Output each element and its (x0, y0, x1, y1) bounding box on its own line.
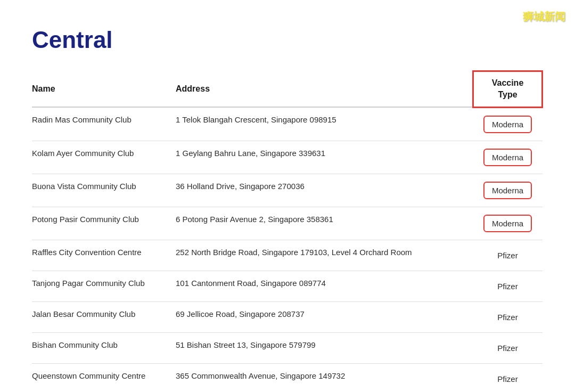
page-title: Central (32, 27, 543, 53)
cell-vaccine: Moderna (473, 207, 543, 240)
cell-vaccine: Pfizer (473, 271, 543, 301)
table-row: Raffles City Convention Centre252 North … (32, 240, 543, 271)
cell-vaccine: Moderna (473, 174, 543, 207)
table-row: Bishan Community Club51 Bishan Street 13… (32, 332, 543, 363)
cell-name: Bishan Community Club (32, 332, 176, 363)
cell-address: 365 Commonwealth Avenue, Singapore 14973… (176, 363, 473, 392)
main-container: Central Name Address Vaccine Type Radin … (0, 0, 575, 392)
table-row: Radin Mas Community Club1 Telok Blangah … (32, 107, 543, 141)
cell-name: Jalan Besar Community Club (32, 301, 176, 332)
cell-vaccine: Pfizer (473, 301, 543, 332)
cell-name: Potong Pasir Community Club (32, 207, 176, 240)
cell-vaccine: Moderna (473, 107, 543, 141)
cell-address: 69 Jellicoe Road, Singapore 208737 (176, 301, 473, 332)
cell-name: Raffles City Convention Centre (32, 240, 176, 271)
table-row: Kolam Ayer Community Club1 Geylang Bahru… (32, 141, 543, 174)
cell-name: Queenstown Community Centre (32, 363, 176, 392)
cell-vaccine: Moderna (473, 141, 543, 174)
cell-vaccine: Pfizer (473, 363, 543, 392)
cell-vaccine: Pfizer (473, 332, 543, 363)
table-row: Jalan Besar Community Club69 Jellicoe Ro… (32, 301, 543, 332)
cell-address: 51 Bishan Street 13, Singapore 579799 (176, 332, 473, 363)
table-row: Potong Pasir Community Club6 Potong Pasi… (32, 207, 543, 240)
cell-address: 1 Geylang Bahru Lane, Singapore 339631 (176, 141, 473, 174)
table-row: Buona Vista Community Club36 Holland Dri… (32, 174, 543, 207)
cell-name: Tanjong Pagar Community Club (32, 271, 176, 301)
cell-address: 6 Potong Pasir Avenue 2, Singapore 35836… (176, 207, 473, 240)
cell-address: 1 Telok Blangah Crescent, Singapore 0989… (176, 107, 473, 141)
cell-address: 101 Cantonment Road, Singapore 089774 (176, 271, 473, 301)
col-header-address: Address (176, 71, 473, 108)
watermark-top-right: 狮城新闻 (523, 10, 565, 23)
table-row: Queenstown Community Centre365 Commonwea… (32, 363, 543, 392)
col-header-name: Name (32, 71, 176, 108)
cell-vaccine: Pfizer (473, 240, 543, 271)
cell-name: Buona Vista Community Club (32, 174, 176, 207)
cell-address: 36 Holland Drive, Singapore 270036 (176, 174, 473, 207)
cell-address: 252 North Bridge Road, Singapore 179103,… (176, 240, 473, 271)
col-header-vaccine: Vaccine Type (473, 71, 543, 108)
table-row: Tanjong Pagar Community Club101 Cantonme… (32, 271, 543, 301)
vaccination-table: Name Address Vaccine Type Radin Mas Comm… (32, 70, 543, 392)
cell-name: Radin Mas Community Club (32, 107, 176, 141)
cell-name: Kolam Ayer Community Club (32, 141, 176, 174)
